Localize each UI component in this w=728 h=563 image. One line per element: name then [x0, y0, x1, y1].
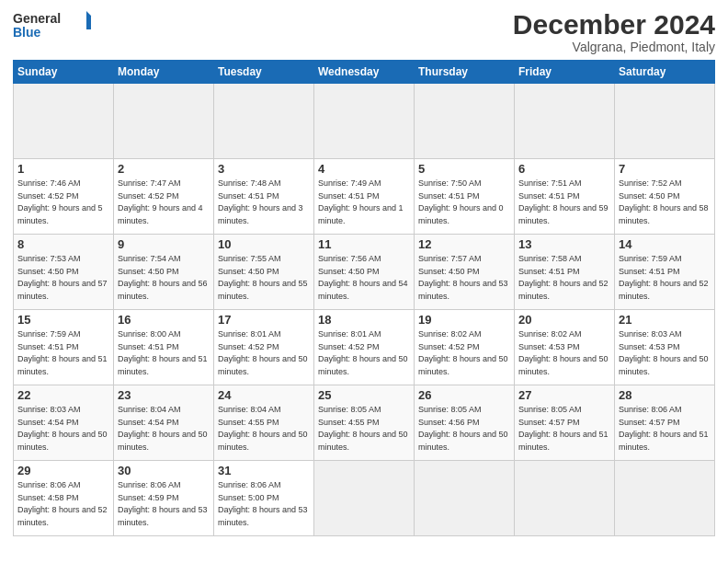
- day-daylight: Daylight: 8 hours and 52 minutes.: [518, 279, 609, 301]
- day-number: 27: [518, 388, 610, 402]
- day-number: 16: [118, 313, 210, 327]
- calendar-cell-w5-d0: 29 Sunrise: 8:06 AM Sunset: 4:58 PM Dayl…: [14, 461, 114, 536]
- calendar-cell-w4-d2: 24 Sunrise: 8:04 AM Sunset: 4:55 PM Dayl…: [214, 385, 314, 461]
- day-sunset: Sunset: 4:52 PM: [17, 191, 79, 201]
- calendar-header-row: Sunday Monday Tuesday Wednesday Thursday…: [14, 61, 715, 84]
- header-row: General Blue December 2024 Valgrana, Pie…: [13, 9, 715, 54]
- calendar-cell-w0-d6: [615, 84, 715, 159]
- col-saturday: Saturday: [615, 61, 715, 84]
- day-sunrise: Sunrise: 7:58 AM: [518, 254, 582, 263]
- day-sunrise: Sunrise: 7:54 AM: [118, 254, 181, 263]
- day-sunrise: Sunrise: 7:55 AM: [218, 254, 281, 263]
- day-number: 13: [518, 237, 610, 251]
- calendar-cell-w0-d1: [114, 84, 214, 159]
- day-sunset: Sunset: 4:53 PM: [619, 342, 680, 351]
- day-sunset: Sunset: 4:58 PM: [17, 493, 79, 502]
- day-sunrise: Sunrise: 8:06 AM: [619, 405, 682, 414]
- day-number: 12: [418, 237, 510, 251]
- calendar-cell-w2-d0: 8 Sunrise: 7:53 AM Sunset: 4:50 PM Dayli…: [14, 235, 114, 310]
- calendar-cell-w3-d0: 15 Sunrise: 7:59 AM Sunset: 4:51 PM Dayl…: [14, 310, 114, 385]
- day-daylight: Daylight: 8 hours and 51 minutes.: [17, 354, 108, 376]
- calendar-cell-w0-d5: [515, 84, 615, 159]
- calendar-cell-w3-d1: 16 Sunrise: 8:00 AM Sunset: 4:51 PM Dayl…: [114, 310, 214, 385]
- day-sunset: Sunset: 4:55 PM: [218, 418, 279, 427]
- day-sunset: Sunset: 4:51 PM: [17, 342, 79, 351]
- day-daylight: Daylight: 8 hours and 50 minutes.: [619, 354, 709, 376]
- day-number: 2: [118, 162, 210, 176]
- day-daylight: Daylight: 8 hours and 50 minutes.: [318, 354, 408, 376]
- day-sunset: Sunset: 4:50 PM: [418, 267, 480, 276]
- day-sunrise: Sunrise: 8:05 AM: [418, 405, 482, 414]
- day-daylight: Daylight: 9 hours and 1 minute.: [318, 203, 404, 225]
- day-sunset: Sunset: 4:56 PM: [418, 418, 480, 427]
- day-sunrise: Sunrise: 7:46 AM: [17, 178, 81, 188]
- day-sunrise: Sunrise: 8:06 AM: [218, 480, 281, 489]
- day-sunrise: Sunrise: 7:48 AM: [218, 178, 281, 188]
- col-monday: Monday: [114, 61, 214, 84]
- day-sunrise: Sunrise: 7:59 AM: [17, 329, 81, 339]
- day-daylight: Daylight: 8 hours and 55 minutes.: [218, 279, 308, 301]
- calendar-cell-w1-d6: 7 Sunrise: 7:52 AM Sunset: 4:50 PM Dayli…: [615, 159, 715, 235]
- calendar-cell-w5-d5: [515, 461, 615, 536]
- calendar-body: 1 Sunrise: 7:46 AM Sunset: 4:52 PM Dayli…: [14, 84, 715, 536]
- day-number: 7: [619, 162, 711, 176]
- calendar-cell-w2-d4: 12 Sunrise: 7:57 AM Sunset: 4:50 PM Dayl…: [415, 235, 515, 310]
- day-number: 31: [218, 464, 310, 477]
- day-sunset: Sunset: 4:54 PM: [118, 418, 179, 427]
- col-wednesday: Wednesday: [314, 61, 415, 84]
- day-number: 28: [619, 388, 711, 402]
- day-number: 26: [418, 388, 510, 402]
- logo: General Blue: [13, 9, 96, 42]
- day-daylight: Daylight: 8 hours and 58 minutes.: [619, 203, 709, 225]
- calendar-cell-w4-d1: 23 Sunrise: 8:04 AM Sunset: 4:54 PM Dayl…: [114, 385, 214, 461]
- day-sunset: Sunset: 4:52 PM: [118, 191, 179, 201]
- svg-text:Blue: Blue: [13, 25, 41, 40]
- day-sunrise: Sunrise: 8:01 AM: [318, 329, 381, 339]
- calendar-table: Sunday Monday Tuesday Wednesday Thursday…: [13, 60, 715, 536]
- day-sunset: Sunset: 4:54 PM: [17, 418, 79, 427]
- day-sunrise: Sunrise: 8:02 AM: [418, 329, 482, 339]
- day-daylight: Daylight: 9 hours and 0 minutes.: [418, 203, 504, 225]
- day-sunset: Sunset: 4:50 PM: [218, 267, 279, 276]
- day-sunset: Sunset: 4:50 PM: [17, 267, 79, 276]
- title-block: December 2024 Valgrana, Piedmont, Italy: [513, 9, 715, 54]
- day-sunset: Sunset: 4:51 PM: [619, 267, 680, 276]
- day-sunset: Sunset: 4:50 PM: [619, 191, 680, 201]
- col-tuesday: Tuesday: [214, 61, 314, 84]
- calendar-week-5: 29 Sunrise: 8:06 AM Sunset: 4:58 PM Dayl…: [14, 461, 715, 536]
- calendar-cell-w5-d4: [415, 461, 515, 536]
- day-number: 19: [418, 313, 510, 327]
- day-sunset: Sunset: 4:50 PM: [118, 267, 179, 276]
- day-number: 5: [418, 162, 510, 176]
- day-sunset: Sunset: 4:51 PM: [518, 191, 580, 201]
- calendar-cell-w0-d3: [314, 84, 415, 159]
- day-daylight: Daylight: 9 hours and 3 minutes.: [218, 203, 303, 225]
- calendar-cell-w5-d6: [615, 461, 715, 536]
- day-daylight: Daylight: 9 hours and 5 minutes.: [17, 203, 103, 225]
- page-container: General Blue December 2024 Valgrana, Pie…: [0, 0, 728, 546]
- calendar-week-4: 22 Sunrise: 8:03 AM Sunset: 4:54 PM Dayl…: [14, 385, 715, 461]
- calendar-subtitle: Valgrana, Piedmont, Italy: [513, 40, 715, 54]
- svg-text:General: General: [13, 11, 61, 26]
- calendar-cell-w4-d5: 27 Sunrise: 8:05 AM Sunset: 4:57 PM Dayl…: [515, 385, 615, 461]
- day-number: 4: [318, 162, 410, 176]
- calendar-week-2: 8 Sunrise: 7:53 AM Sunset: 4:50 PM Dayli…: [14, 235, 715, 310]
- calendar-week-0: [14, 84, 715, 159]
- logo-svg: General Blue: [13, 9, 96, 42]
- day-sunrise: Sunrise: 8:01 AM: [218, 329, 281, 339]
- day-number: 8: [17, 237, 109, 251]
- calendar-cell-w1-d4: 5 Sunrise: 7:50 AM Sunset: 4:51 PM Dayli…: [415, 159, 515, 235]
- day-sunrise: Sunrise: 7:52 AM: [619, 178, 682, 188]
- day-sunset: Sunset: 4:53 PM: [518, 342, 580, 351]
- calendar-cell-w4-d4: 26 Sunrise: 8:05 AM Sunset: 4:56 PM Dayl…: [415, 385, 515, 461]
- calendar-cell-w4-d0: 22 Sunrise: 8:03 AM Sunset: 4:54 PM Dayl…: [14, 385, 114, 461]
- day-daylight: Daylight: 8 hours and 50 minutes.: [17, 430, 108, 452]
- day-number: 23: [118, 388, 210, 402]
- calendar-cell-w3-d4: 19 Sunrise: 8:02 AM Sunset: 4:52 PM Dayl…: [415, 310, 515, 385]
- day-sunrise: Sunrise: 8:05 AM: [318, 405, 381, 414]
- day-daylight: Daylight: 8 hours and 54 minutes.: [318, 279, 408, 301]
- day-sunrise: Sunrise: 8:03 AM: [619, 329, 682, 339]
- day-daylight: Daylight: 8 hours and 50 minutes.: [418, 354, 508, 376]
- calendar-cell-w1-d1: 2 Sunrise: 7:47 AM Sunset: 4:52 PM Dayli…: [114, 159, 214, 235]
- day-daylight: Daylight: 8 hours and 53 minutes.: [218, 505, 308, 527]
